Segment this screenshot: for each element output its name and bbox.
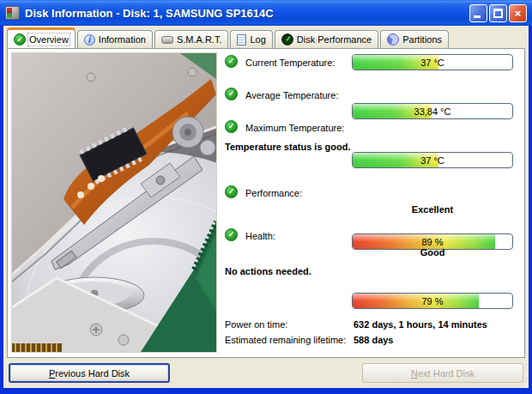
health-bar: 79 % [352,293,513,309]
remaining-lifetime-value: 588 days [354,335,393,345]
pie-chart-icon [387,33,399,45]
actions-status-text: No actions needed. [225,266,311,276]
remaining-lifetime-label: Estimated remaining lifetime: [225,335,346,345]
hard-disk-photo [11,52,217,353]
button-label: revious Hard Disk [55,368,130,379]
window-title: Disk Information - Disk: 1, SAMSUNG SP16… [25,7,469,20]
current-temperature-bar: 37 °C [352,54,513,70]
tab-label: Overview [29,34,69,45]
maximize-icon [493,9,503,18]
app-icon [5,6,20,20]
power-on-time-value: 632 days, 1 hours, 14 minutes [354,319,487,330]
tab-smart[interactable]: S.M.A.R.T. [154,30,229,48]
window-border-right [529,26,532,394]
power-on-time-label: Power on time: [225,319,287,330]
average-temperature-bar: 33,84 °C [352,103,513,119]
tab-information[interactable]: i Information [77,30,153,48]
button-label: ext Hard Disk [418,368,475,379]
maximum-temperature-bar: 37 °C [352,152,513,168]
button-mnemonic: N [411,368,418,379]
tab-label: Information [99,34,146,45]
tab-partitions[interactable]: Partitions [380,30,449,48]
current-temperature-value: 37 °C [353,55,512,70]
minimize-button[interactable] [469,4,487,22]
maximum-temperature-label: Maximum Temperature: [245,123,344,133]
check-circle-icon: ✓ [14,33,26,45]
ok-status-icon: ✓ [225,55,238,68]
ok-status-icon: ✓ [225,88,238,100]
tab-label: Disk Performance [297,34,372,45]
disk-icon [161,36,173,44]
ok-status-icon: ✓ [225,228,238,241]
gauge-icon [281,33,293,45]
performance-label: Performance: [245,188,302,198]
window-border-bottom [0,388,532,394]
maximum-temperature-value: 37 °C [353,153,512,167]
tab-log[interactable]: Log [230,30,272,48]
performance-rating: Excellent [352,204,513,215]
tab-strip: ✓ Overview i Information S.M.A.R.T. Log … [7,28,450,48]
health-value: 79 % [353,294,512,308]
current-temperature-label: Current Temperature: [245,58,335,68]
close-button[interactable]: × [509,4,527,22]
minimize-icon [474,15,481,18]
info-icon: i [84,34,95,45]
tab-label: Log [250,34,265,45]
health-rating: Good [352,247,513,258]
log-document-icon [237,34,246,45]
disk-information-window: Disk Information - Disk: 1, SAMSUNG SP16… [0,0,532,394]
average-temperature-label: Average Temperature: [245,90,338,100]
average-temperature-value: 33,84 °C [353,104,512,118]
tab-label: Partitions [402,34,442,45]
previous-hard-disk-button[interactable]: Previous Hard Disk [9,363,170,383]
temperature-status-text: Temperature status is good. [225,142,351,152]
tab-disk-performance[interactable]: Disk Performance [275,30,378,48]
window-border-left [0,26,3,394]
titlebar[interactable]: Disk Information - Disk: 1, SAMSUNG SP16… [0,0,532,26]
tab-label: S.M.A.R.T. [177,34,222,45]
next-hard-disk-button[interactable]: Next Hard Disk [362,363,523,383]
tab-overview[interactable]: ✓ Overview [7,27,76,48]
health-label: Health: [245,231,275,241]
maximize-button[interactable] [489,4,507,22]
ok-status-icon: ✓ [225,185,238,198]
ok-status-icon: ✓ [225,120,238,133]
close-icon: × [510,5,526,21]
